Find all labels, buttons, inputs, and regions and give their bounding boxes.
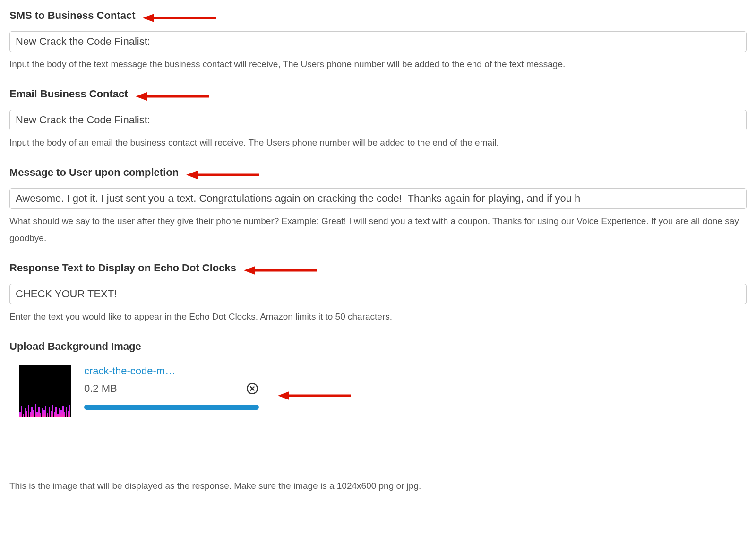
sms-help-text: Input the body of the text message the b… — [9, 56, 747, 73]
svg-marker-1 — [143, 14, 154, 22]
annotation-arrow-icon — [186, 169, 262, 181]
echo-dot-help-text: Enter the text you would like to appear … — [9, 308, 747, 325]
upload-thumbnail[interactable] — [19, 365, 71, 417]
completion-label-row: Message to User upon completion — [9, 166, 747, 183]
email-label: Email Business Contact — [9, 88, 128, 100]
sms-label: SMS to Business Contact — [9, 9, 135, 22]
svg-marker-12 — [278, 391, 289, 400]
sms-section: SMS to Business Contact Input the body o… — [9, 9, 747, 73]
email-section: Email Business Contact Input the body of… — [9, 88, 747, 151]
thumbnail-waveform-icon — [19, 400, 71, 417]
completion-help-text: What should we say to the user after the… — [9, 213, 747, 247]
email-help-text: Input the body of an email the business … — [9, 134, 747, 151]
sms-label-row: SMS to Business Contact — [9, 9, 747, 26]
echo-dot-section: Response Text to Display on Echo Dot Clo… — [9, 262, 747, 325]
annotation-arrow-icon — [136, 90, 211, 103]
upload-label-row: Upload Background Image — [9, 340, 747, 357]
svg-marker-7 — [244, 266, 255, 275]
email-input[interactable] — [9, 110, 747, 130]
completion-input[interactable] — [9, 188, 747, 209]
upload-filename-link[interactable]: crack-the-code-m… — [84, 365, 259, 377]
svg-marker-3 — [136, 92, 147, 101]
upload-progress-bar — [84, 405, 259, 410]
upload-details: crack-the-code-m… 0.2 MB — [84, 365, 259, 410]
upload-file-row: crack-the-code-m… 0.2 MB — [9, 362, 747, 417]
annotation-arrow-icon — [278, 390, 353, 402]
upload-help-text: This is the image that will be displayed… — [9, 477, 747, 494]
completion-section: Message to User upon completion What sho… — [9, 166, 747, 247]
sms-input[interactable] — [9, 31, 747, 52]
close-circle-icon — [246, 382, 258, 395]
annotation-arrow-icon — [244, 264, 319, 277]
upload-meta-row: 0.2 MB — [84, 382, 259, 395]
svg-marker-5 — [186, 171, 198, 179]
upload-label: Upload Background Image — [9, 340, 141, 353]
echo-dot-input[interactable] — [9, 284, 747, 304]
email-label-row: Email Business Contact — [9, 88, 747, 105]
echo-dot-label-row: Response Text to Display on Echo Dot Clo… — [9, 262, 747, 279]
annotation-arrow-icon — [143, 12, 218, 24]
upload-file-size: 0.2 MB — [84, 382, 117, 395]
remove-file-button[interactable] — [246, 382, 259, 395]
completion-label: Message to User upon completion — [9, 166, 179, 179]
echo-dot-label: Response Text to Display on Echo Dot Clo… — [9, 262, 236, 274]
upload-section: Upload Background Image crack-the-code-m… — [9, 340, 747, 494]
